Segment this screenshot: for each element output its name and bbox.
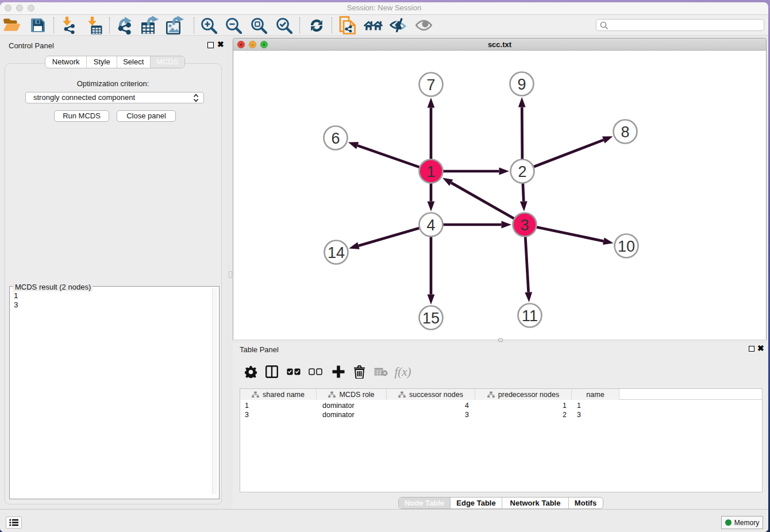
svg-text:8: 8 — [621, 124, 629, 141]
svg-text:11: 11 — [522, 307, 538, 325]
svg-text:4: 4 — [426, 217, 435, 234]
svg-text:10: 10 — [618, 238, 635, 255]
svg-text:3: 3 — [520, 217, 529, 234]
svg-text:7: 7 — [426, 76, 435, 94]
svg-text:9: 9 — [517, 76, 526, 93]
svg-text:6: 6 — [331, 130, 340, 147]
svg-text:14: 14 — [328, 244, 345, 261]
svg-text:2: 2 — [518, 163, 526, 180]
svg-text:1: 1 — [426, 163, 435, 180]
svg-text:15: 15 — [422, 310, 440, 327]
